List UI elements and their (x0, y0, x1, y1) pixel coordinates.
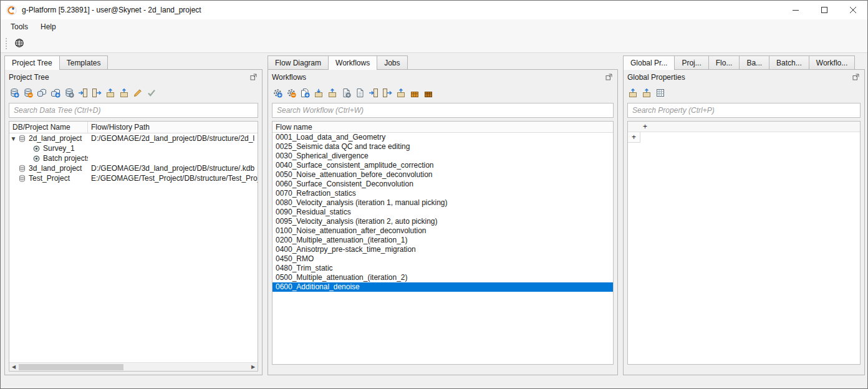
flow-item-0025-seismic-data-qc-and-trace-editing[interactable]: 0025_Seismic data QC and trace editing (272, 142, 613, 151)
validate-check-icon[interactable] (146, 87, 157, 98)
tree-item-label: Batch projects (43, 154, 88, 163)
tab-workflo[interactable]: Workflo... (809, 55, 855, 69)
scrollbar-thumb[interactable] (19, 364, 123, 370)
flow-item-0001-load-data-and-geometry[interactable]: 0001_Load_data_and_Geometry (272, 133, 613, 142)
properties-table-icon[interactable] (655, 87, 666, 98)
flow-item-0050-noise-attenuation-before-deconvolut[interactable]: 0050_Noise_attenuation_before_deconvolut… (272, 170, 613, 180)
flow-item-0450-rmo[interactable]: 0450_RMO (272, 254, 613, 264)
undock-icon[interactable] (605, 73, 614, 82)
right-tab-bar: Global Pr...Proj...Flo...Ba...Batch...Wo… (623, 55, 865, 69)
tree-row-batch-projects[interactable]: Batch projects (9, 153, 258, 163)
expander-icon[interactable]: ▼ (9, 135, 17, 142)
menu-help[interactable]: Help (34, 21, 62, 33)
flow-item-0030-spherical-divergence[interactable]: 0030_Spherical_divergence (272, 151, 613, 161)
tab-proj[interactable]: Proj... (674, 55, 708, 69)
flow-item-0400-anisotrpy-pre-stack-time-migration[interactable]: 0400_Anisotrpy_pre-stack_time_migration (272, 245, 613, 254)
main-area: Project TreeTemplates Project Tree DB/Pr… (1, 53, 867, 388)
batch-queue-icon[interactable] (423, 87, 434, 98)
tab-project-tree[interactable]: Project Tree (4, 55, 60, 70)
add-column-button[interactable]: + (643, 122, 647, 131)
flow-item-0040-surface-consistent-amplitude-correc[interactable]: 0040_Surface_consistent_amplitude_correc… (272, 161, 613, 170)
tree-row-3d-land-project[interactable]: 3d_land_projectD:/GEOMAGE/3d_land_projec… (9, 163, 258, 173)
flow-item-0200-multiple-attenuation-iteration-1[interactable]: 0200_Multiple_attenuation_(iteration_1) (272, 236, 613, 245)
tab-batch[interactable]: Batch... (769, 55, 809, 69)
workflow-history-icon[interactable] (340, 87, 352, 98)
maximize-button[interactable] (810, 1, 839, 19)
tree-row-survey-1[interactable]: Survey_1 (9, 143, 258, 153)
column-db-project-name[interactable]: DB/Project Name (9, 122, 88, 133)
scroll-right-arrow-icon[interactable]: ▶ (249, 363, 258, 371)
radio-icon (32, 144, 41, 153)
export-database-icon[interactable] (91, 87, 102, 98)
import-workflow-icon[interactable] (313, 87, 324, 98)
property-search-input[interactable] (627, 103, 861, 118)
undock-icon[interactable] (249, 73, 258, 82)
tree-column-headers[interactable]: DB/Project Name Flow/History Path (9, 122, 258, 133)
database-settings-icon[interactable] (64, 87, 75, 98)
submit-batch-icon[interactable] (409, 87, 420, 98)
flow-item-0480-trim-static[interactable]: 0480_Trim_static (272, 264, 613, 273)
scroll-left-arrow-icon[interactable]: ◀ (9, 363, 18, 371)
project-tree-search-input[interactable] (9, 103, 258, 118)
global-properties-panel: Global Pr...Proj...Flo...Ba...Batch...Wo… (623, 55, 865, 375)
menu-tools[interactable]: Tools (4, 21, 34, 33)
tab-templates[interactable]: Templates (59, 55, 109, 69)
export-flow-icon[interactable] (382, 87, 393, 98)
add-row-button[interactable]: + (628, 132, 640, 143)
import-database-icon[interactable] (77, 87, 89, 98)
project-tree-table: DB/Project Name Flow/History Path ▼2d_la… (9, 121, 258, 372)
add-database-icon[interactable] (9, 87, 20, 98)
database-icon (17, 174, 27, 183)
tab-workflows[interactable]: Workflows (328, 55, 377, 70)
tab-jobs[interactable]: Jobs (377, 55, 407, 69)
flow-item-0070-refraction-statics[interactable]: 0070_Refraction_statics (272, 189, 613, 198)
flow-item-0090-residual-statics[interactable]: 0090_Residual_statics (272, 208, 613, 217)
tab-global-pr[interactable]: Global Pr... (623, 55, 675, 70)
flow-item-0600-additional-denoise[interactable]: 0600_Additional_denoise (272, 282, 613, 292)
tab-ba[interactable]: Ba... (739, 55, 769, 69)
remove-database-icon[interactable] (22, 87, 34, 98)
undock-icon[interactable] (852, 73, 861, 82)
export-properties-icon[interactable] (641, 87, 652, 98)
paste-database-icon[interactable] (50, 87, 61, 98)
app-logo-icon (6, 5, 17, 16)
import-flow-icon[interactable] (368, 87, 379, 98)
backup-database-icon[interactable] (105, 87, 116, 98)
tree-item-label: 3d_land_project (29, 164, 82, 173)
tree-row-test-project[interactable]: Test_ProjectE:/GEOMAGE/Test_Project/DB/s… (9, 173, 258, 183)
restore-database-icon[interactable] (118, 87, 130, 98)
title-bar[interactable]: g-Platform [5.23891] - user@Skynet - 2d_… (1, 1, 867, 19)
flow-item-0060-surface-consistent-deconvolution[interactable]: 0060_Surface_Consistent_Deconvolution (272, 180, 613, 189)
workflow-report-icon[interactable] (354, 87, 365, 98)
edit-pencil-icon[interactable] (132, 87, 143, 98)
left-panel-title: Project Tree (9, 73, 49, 82)
tab-flow-diagram[interactable]: Flow Diagram (268, 55, 329, 69)
add-workflow-icon[interactable] (272, 87, 283, 98)
horizontal-scrollbar[interactable]: ◀ ▶ (9, 362, 258, 371)
flow-item-0095-velocity-analysis-iteration-2-auto-[interactable]: 0095_Velocity_analysis (iteration 2, aut… (272, 217, 613, 226)
property-grid: + + (627, 121, 861, 365)
minimize-button[interactable] (781, 1, 810, 19)
workflow-list: Flow name 0001_Load_data_and_Geometry002… (272, 121, 614, 365)
toolbar-grip[interactable] (6, 38, 9, 49)
flow-item-0500-multiple-attenuation-iteration-2[interactable]: 0500_Multiple_attenuation_(iteration_2) (272, 273, 613, 282)
project-tree-panel: Project TreeTemplates Project Tree DB/Pr… (4, 55, 263, 375)
flow-item-0100-noise-attenuation-after-deconvoluti[interactable]: 0100_Noise_attenuation_after_deconvoluti… (272, 226, 613, 236)
remove-workflow-icon[interactable] (286, 87, 297, 98)
export-workflow-icon[interactable] (327, 87, 338, 98)
archive-workflow-icon[interactable] (395, 87, 407, 98)
import-properties-icon[interactable] (627, 87, 639, 98)
tab-flo[interactable]: Flo... (708, 55, 740, 69)
column-flow-history-path[interactable]: Flow/History Path (88, 122, 258, 133)
flow-item-0080-velocity-analysis-iteration-1-manua[interactable]: 0080_Velocity_analysis (iteration 1, man… (272, 198, 613, 208)
app-toolbar (1, 34, 867, 53)
flow-name-column-header[interactable]: Flow name (272, 122, 613, 133)
copy-workflow-icon[interactable] (299, 87, 311, 98)
radio-icon (32, 154, 41, 163)
workflow-search-input[interactable] (272, 103, 614, 118)
close-button[interactable] (839, 1, 867, 19)
tree-row-2d-land-project[interactable]: ▼2d_land_projectD:/GEOMAGE/2d_land_proje… (9, 133, 258, 143)
copy-database-icon[interactable] (36, 87, 47, 98)
tree-item-path: D:/GEOMAGE/2d_land_project/DB/structure/… (88, 134, 258, 143)
globe-icon[interactable] (14, 37, 25, 49)
